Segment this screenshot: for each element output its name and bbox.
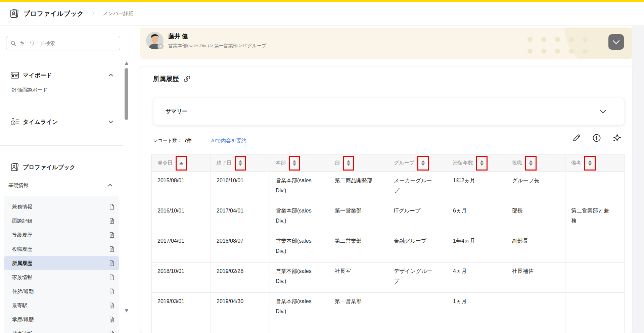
column-header[interactable]: 本部 xyxy=(270,154,329,172)
member-name: 藤井 健 xyxy=(168,32,188,40)
column-header[interactable]: 役職 xyxy=(506,154,565,172)
table-cell xyxy=(565,263,625,293)
myboard-icon xyxy=(10,70,19,80)
timeline-icon xyxy=(10,117,19,127)
affiliation-history-card: 所属履歴 サマリー レコード数： 7件 AIで内容を要約 xyxy=(140,66,632,333)
link-icon[interactable] xyxy=(183,75,191,83)
table-cell: グループ長 xyxy=(506,172,565,202)
table-cell xyxy=(565,293,625,333)
sort-annotation-box[interactable] xyxy=(584,156,596,171)
sidebar-scroll-up-arrow[interactable] xyxy=(125,61,129,65)
banner-collapse-button[interactable] xyxy=(608,34,624,50)
sort-annotation-box[interactable] xyxy=(525,156,537,171)
sidebar-item[interactable]: 学歴/職歴 xyxy=(4,313,119,327)
sidebar-item-label: 学歴/職歴 xyxy=(12,317,34,323)
table-row[interactable]: 2016/10/012017/04/01営業本部(sales Div.)第一営業… xyxy=(152,202,625,232)
sidebar-item-label: 家族情報 xyxy=(12,274,32,281)
ai-summarize-link[interactable]: AIで内容を要約 xyxy=(211,138,246,144)
app-title[interactable]: プロファイルブック xyxy=(24,9,84,18)
sidebar-item-eval-board[interactable]: 評価面談ボード xyxy=(12,85,48,95)
document-icon xyxy=(109,246,114,252)
table-cell: 2018/10/01 xyxy=(152,263,211,293)
column-header[interactable]: 滞留年数 xyxy=(447,154,506,172)
record-count-label: レコード数： xyxy=(153,138,182,144)
table-cell: 6ヵ月 xyxy=(447,202,506,232)
sidebar-section-timeline[interactable]: タイムライン xyxy=(0,117,123,127)
sort-down-arrow-icon xyxy=(588,163,592,166)
column-header[interactable]: 終了日 xyxy=(211,154,270,172)
column-header[interactable]: 部 xyxy=(329,154,388,172)
column-header[interactable]: 備考 xyxy=(565,154,625,172)
table-cell: デザイングループ xyxy=(388,263,447,293)
sort-annotation-box[interactable] xyxy=(343,156,354,171)
sort-annotation-box[interactable] xyxy=(176,156,187,171)
sidebar-item[interactable]: 兼務情報 xyxy=(4,200,119,214)
table-row[interactable]: 2017/04/012018/08/07営業本部(sales Div.)第二営業… xyxy=(152,232,625,263)
table-row[interactable]: 2015/08/012016/10/01営業本部(sales Div.)第二商品… xyxy=(152,172,625,202)
document-icon xyxy=(109,317,114,323)
sidebar-section-profile-book[interactable]: プロファイルブック xyxy=(0,162,123,172)
sort-down-arrow-icon xyxy=(347,163,350,166)
sort-annotation-box[interactable] xyxy=(417,156,429,171)
summary-accordion[interactable]: サマリー xyxy=(153,98,624,125)
table-row[interactable]: 2019/03/012019/04/30営業本部(sales Div.)第一営業… xyxy=(152,293,625,333)
table-cell: 第一営業部 xyxy=(329,293,388,333)
sidebar-item[interactable]: 等級履歴 xyxy=(4,228,119,242)
table-row[interactable]: 2018/10/012019/02/28営業本部(sales Div.)社長室デ… xyxy=(152,263,625,293)
sidebar-item[interactable]: 住所/通勤 xyxy=(4,284,119,298)
table-cell: 営業本部(sales Div.) xyxy=(270,172,329,202)
column-header[interactable]: グループ xyxy=(388,154,447,172)
sort-down-arrow-icon xyxy=(480,163,484,166)
profile-banner: ★ 藤井 健 営業本部(salesDiv.) > 第一営業部 > ITグループ xyxy=(140,28,632,59)
ai-sparkle-icon[interactable] xyxy=(612,134,621,142)
table-cell: 営業本部(sales Div.) xyxy=(270,202,329,232)
search-input[interactable] xyxy=(19,40,116,46)
sort-asc-arrow-icon xyxy=(179,162,183,164)
sidebar-item[interactable]: 最寄駅 xyxy=(4,298,119,313)
sidebar-item[interactable]: 役職履歴 xyxy=(4,242,119,256)
sort-annotation-box[interactable] xyxy=(289,156,300,171)
sidebar-item[interactable]: 家族情報 xyxy=(4,270,119,284)
decor-dot xyxy=(569,37,574,42)
column-header-label: 備考 xyxy=(571,160,581,166)
chevron-up-icon[interactable] xyxy=(107,184,113,187)
sidebar-scroll-down-arrow[interactable] xyxy=(125,309,129,313)
sidebar-item-label: 最寄駅 xyxy=(12,302,27,309)
sort-down-arrow-icon xyxy=(529,163,533,166)
affiliation-history-table: 発令日終了日本部部グループ滞留年数役職備考 2015/08/012016/10/… xyxy=(151,154,625,333)
table-cell: 2016/10/01 xyxy=(152,202,211,232)
chevron-up-icon[interactable] xyxy=(108,74,113,77)
add-circle-icon[interactable] xyxy=(592,134,601,142)
table-cell: 第二営業部 xyxy=(329,232,388,263)
table-cell: 第二営業部と兼務 xyxy=(565,202,625,232)
sidebar-item-label: 所属履歴 xyxy=(12,260,32,267)
column-header-label: 発令日 xyxy=(157,160,173,166)
table-cell: 2019/02/28 xyxy=(211,263,270,293)
sidebar-item[interactable]: 面談記録 xyxy=(4,214,119,228)
member-detail-page: プロファイルブック 〉 メンバー詳細 マイボード xyxy=(0,0,644,333)
sort-annotation-box[interactable] xyxy=(235,156,246,171)
group-label: 基礎情報 xyxy=(8,182,29,189)
table-cell: 2017/04/01 xyxy=(211,202,270,232)
sidebar-section-myboard[interactable]: マイボード xyxy=(0,70,123,80)
sidebar-item[interactable]: 所属履歴 xyxy=(4,256,119,270)
edit-pencil-icon[interactable] xyxy=(572,134,581,142)
column-header-label: 終了日 xyxy=(217,160,232,166)
document-icon xyxy=(109,331,114,333)
record-count-value: 7件 xyxy=(184,138,192,144)
decor-dot xyxy=(527,37,533,42)
column-header[interactable]: 発令日 xyxy=(152,154,211,172)
sidebar-scrollbar-thumb[interactable] xyxy=(125,68,128,120)
chevron-down-icon[interactable] xyxy=(108,120,113,124)
sidebar-group-basic-info[interactable]: 基礎情報 xyxy=(0,181,123,190)
keyword-search[interactable] xyxy=(6,36,120,50)
decor-dot xyxy=(583,49,588,54)
document-icon xyxy=(109,302,114,308)
table-cell: 1年2ヵ月 xyxy=(447,172,506,202)
table-cell: 社長室 xyxy=(329,263,388,293)
table-cell: 第一営業部 xyxy=(329,202,388,232)
document-icon xyxy=(109,218,114,224)
document-icon xyxy=(109,274,114,280)
sort-annotation-box[interactable] xyxy=(476,156,488,171)
sidebar-item[interactable]: 健康診断 xyxy=(4,327,119,333)
